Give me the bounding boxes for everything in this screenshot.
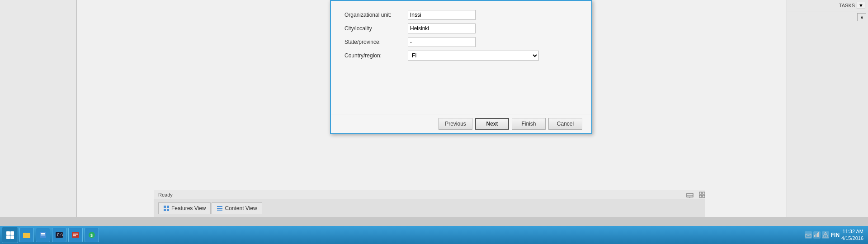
taskbar-icon-3[interactable]: C:\: [52, 228, 66, 242]
status-network-icon: [686, 191, 693, 198]
left-panel: [0, 0, 77, 217]
tray-language: FIN: [831, 232, 840, 238]
svg-rect-12: [217, 208, 222, 209]
features-view-label: Features View: [171, 205, 206, 211]
dialog-box: Organizational unit: City/locality State…: [330, 0, 592, 134]
tray-date-value: 4/15/2016: [841, 235, 863, 242]
right-dropdown-area: ∨: [787, 11, 868, 23]
state-input[interactable]: [408, 37, 476, 47]
next-button[interactable]: Next: [475, 118, 509, 130]
svg-rect-21: [72, 232, 79, 238]
tray-icon-3: [822, 231, 829, 239]
svg-rect-6: [703, 195, 705, 197]
country-label: Country/region:: [344, 52, 408, 59]
tray-icon-1: [805, 231, 812, 239]
city-row: City/locality: [344, 23, 578, 33]
content-view-icon: [217, 205, 223, 211]
org-unit-input[interactable]: [408, 10, 476, 20]
cancel-button[interactable]: Cancel: [548, 118, 582, 130]
features-view-icon: [163, 205, 170, 211]
dialog-content: Organizational unit: City/locality State…: [331, 1, 591, 114]
svg-rect-11: [217, 206, 222, 207]
right-tasks-bar: TASKS ▼: [787, 0, 868, 11]
svg-rect-10: [167, 209, 169, 211]
start-button[interactable]: [2, 227, 18, 243]
previous-button[interactable]: Previous: [439, 118, 472, 130]
svg-text:C:\: C:\: [57, 233, 64, 237]
dialog-footer: Previous Next Finish Cancel: [331, 114, 591, 133]
content-view-label: Content View: [225, 205, 257, 211]
taskbar: C:\ $: [0, 226, 868, 244]
svg-rect-15: [23, 233, 26, 234]
svg-rect-4: [703, 192, 705, 194]
svg-rect-9: [164, 209, 166, 211]
app-icon-4: [71, 230, 80, 239]
country-select[interactable]: FI US DE SE NO DK: [408, 51, 539, 61]
taskbar-icon-explorer[interactable]: [19, 228, 34, 242]
taskbar-icon-2[interactable]: [36, 228, 50, 242]
org-unit-row: Organizational unit:: [344, 10, 578, 20]
svg-rect-3: [699, 192, 702, 194]
app-icon-5: $: [87, 230, 96, 239]
folder-icon: [22, 230, 31, 239]
svg-rect-13: [217, 210, 222, 211]
svg-rect-29: [817, 233, 818, 237]
windows-logo-icon: [6, 231, 14, 239]
finish-button[interactable]: Finish: [512, 118, 546, 130]
city-input[interactable]: [408, 23, 476, 33]
svg-rect-27: [814, 235, 815, 237]
tasks-label: TASKS: [839, 3, 855, 8]
country-row: Country/region: FI US DE SE NO DK: [344, 51, 578, 61]
svg-rect-8: [167, 206, 169, 208]
tasks-dropdown[interactable]: ▼: [857, 2, 865, 9]
taskbar-tray: FIN 11:32 AM 4/15/2016: [805, 228, 866, 242]
svg-rect-17: [41, 233, 45, 234]
svg-rect-18: [41, 235, 45, 235]
tray-icon-2: [813, 231, 821, 239]
state-row: State/province:: [344, 37, 578, 47]
status-grid-icon: [699, 191, 705, 198]
dialog-container: Organizational unit: City/locality State…: [136, 0, 787, 199]
svg-rect-7: [164, 206, 166, 208]
main-area: Organizational unit: City/locality State…: [0, 0, 868, 217]
city-label: City/locality: [344, 25, 408, 32]
ready-text: Ready: [158, 192, 173, 197]
svg-rect-23: [73, 235, 76, 236]
tab-content-view[interactable]: Content View: [212, 202, 262, 214]
tabs-bar: Features View Content View: [154, 199, 705, 217]
right-caret-button[interactable]: ∨: [857, 13, 866, 21]
svg-rect-28: [816, 234, 816, 237]
tab-features-view[interactable]: Features View: [158, 202, 211, 214]
state-label: State/province:: [344, 39, 408, 45]
tray-time-value: 11:32 AM: [841, 228, 863, 235]
svg-rect-30: [818, 232, 819, 237]
tray-datetime: 11:32 AM 4/15/2016: [841, 228, 863, 242]
taskbar-icon-5[interactable]: $: [85, 228, 99, 242]
svg-point-33: [825, 236, 826, 237]
svg-rect-22: [73, 234, 78, 235]
taskbar-icon-4[interactable]: [68, 228, 83, 242]
tray-icons: [805, 231, 829, 239]
cmd-icon: C:\: [55, 230, 64, 239]
svg-text:$: $: [90, 233, 93, 238]
svg-rect-5: [699, 195, 702, 197]
org-unit-label: Organizational unit:: [344, 12, 408, 18]
right-panel: TASKS ▼ ∨: [787, 0, 868, 217]
server-manager-icon: [38, 230, 47, 239]
dialog-spacer: [344, 64, 578, 109]
center-panel: Organizational unit: City/locality State…: [77, 0, 787, 217]
ready-bar: Ready: [154, 190, 705, 199]
